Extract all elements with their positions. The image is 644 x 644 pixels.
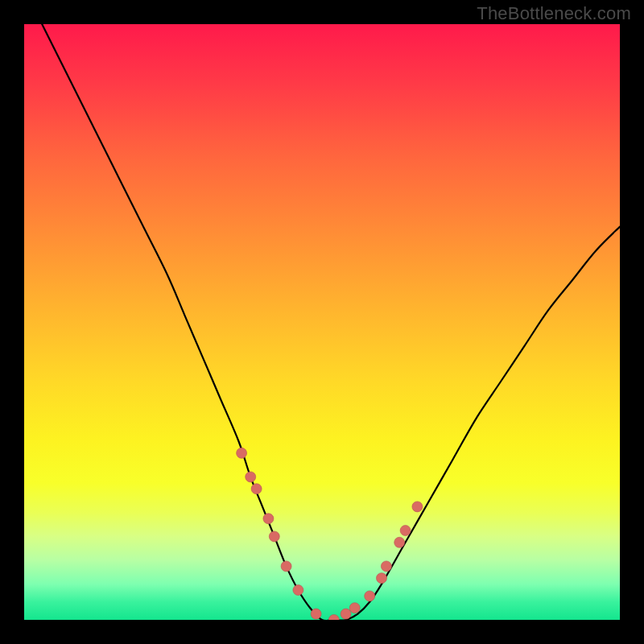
highlight-marker	[328, 615, 339, 621]
highlight-marker	[412, 502, 423, 512]
highlight-marker	[381, 561, 391, 572]
watermark-text: TheBottleneck.com	[477, 3, 631, 24]
highlight-marker	[394, 537, 405, 547]
highlight-marker	[377, 573, 387, 584]
highlight-marker	[246, 472, 256, 482]
chart-plot-area	[24, 24, 620, 620]
highlight-marker	[349, 603, 360, 613]
highlight-marker	[365, 591, 375, 601]
highlight-marker	[293, 585, 303, 596]
bottleneck-curve-path	[42, 24, 620, 620]
highlight-marker	[251, 484, 262, 494]
highlight-marker	[263, 514, 274, 524]
highlight-marker	[281, 561, 291, 572]
highlight-markers	[237, 448, 423, 620]
outer-frame: TheBottleneck.com	[0, 0, 644, 644]
highlight-marker	[341, 609, 351, 619]
highlight-marker	[311, 609, 321, 619]
highlight-marker	[269, 531, 279, 542]
highlight-marker	[400, 526, 411, 536]
highlight-marker	[237, 448, 247, 458]
chart-svg	[24, 24, 620, 620]
